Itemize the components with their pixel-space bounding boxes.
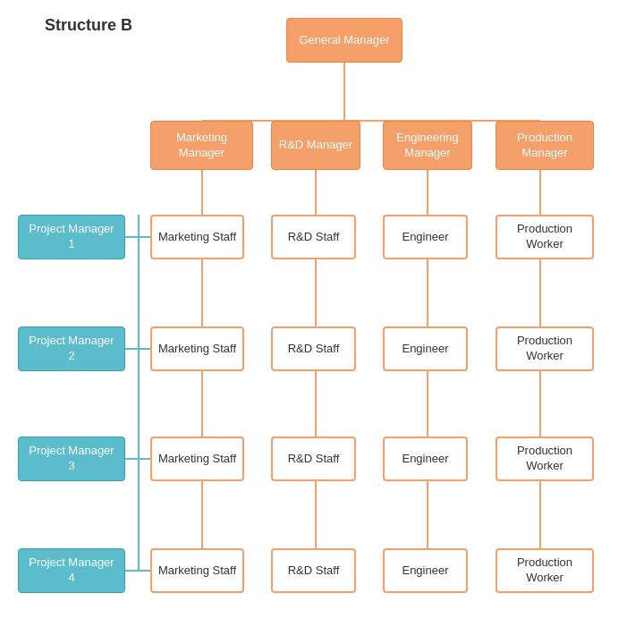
engineer-1-box: Engineer bbox=[383, 215, 468, 259]
rd-staff-2-box: R&D Staff bbox=[271, 326, 356, 371]
project-manager-2-box: Project Manager 2 bbox=[18, 326, 125, 371]
engineer-4-box: Engineer bbox=[383, 548, 468, 593]
marketing-staff-1-box: Marketing Staff bbox=[150, 215, 244, 259]
rd-staff-1-box: R&D Staff bbox=[271, 215, 356, 259]
production-worker-4-box: Production Worker bbox=[496, 548, 594, 593]
marketing-manager-box: Marketing Manager bbox=[150, 121, 253, 170]
production-worker-3-box: Production Worker bbox=[496, 436, 594, 481]
general-manager-box: General Manager bbox=[286, 18, 402, 63]
rd-staff-3-box: R&D Staff bbox=[271, 436, 356, 481]
project-manager-4-box: Project Manager 4 bbox=[18, 548, 125, 593]
production-worker-2-box: Production Worker bbox=[496, 326, 594, 371]
org-chart-lines bbox=[0, 0, 644, 644]
engineer-2-box: Engineer bbox=[383, 326, 468, 371]
production-worker-1-box: Production Worker bbox=[496, 215, 594, 259]
marketing-staff-3-box: Marketing Staff bbox=[150, 436, 244, 481]
marketing-staff-2-box: Marketing Staff bbox=[150, 326, 244, 371]
rd-manager-box: R&D Manager bbox=[271, 121, 360, 170]
page: Structure B bbox=[0, 0, 644, 644]
production-manager-box: Production Manager bbox=[496, 121, 594, 170]
rd-staff-4-box: R&D Staff bbox=[271, 548, 356, 593]
project-manager-3-box: Project Manager 3 bbox=[18, 436, 125, 481]
marketing-staff-4-box: Marketing Staff bbox=[150, 548, 244, 593]
page-title: Structure B bbox=[45, 16, 132, 35]
engineering-manager-box: Engineering Manager bbox=[383, 121, 472, 170]
engineer-3-box: Engineer bbox=[383, 436, 468, 481]
project-manager-1-box: Project Manager 1 bbox=[18, 215, 125, 259]
